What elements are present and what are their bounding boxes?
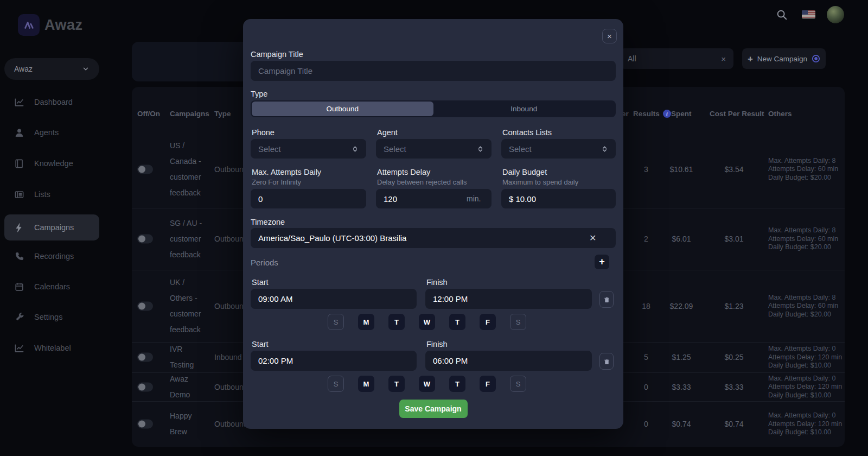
attempts-delay-label: Attempts Delay [377, 168, 430, 176]
timezone-input[interactable] [251, 228, 616, 248]
col-header-off-on: Off/On [137, 110, 160, 118]
col-header-results-label: Results [633, 110, 660, 118]
brand-name: Awaz [44, 17, 83, 34]
us-flag-icon[interactable] [802, 10, 815, 18]
phone-icon [14, 251, 24, 262]
day-button-fri[interactable]: F [480, 376, 496, 392]
bolt-icon [14, 223, 24, 233]
daily-budget-label: Daily Budget [502, 168, 547, 176]
campaign-toggle[interactable] [137, 235, 153, 244]
day-button-sat[interactable]: S [510, 376, 526, 392]
campaign-spent: $1.25 [665, 353, 698, 362]
clear-filter-icon[interactable]: × [721, 54, 726, 64]
select-chevrons-icon [601, 145, 608, 153]
campaign-others: Max. Attempts Daily: 0 Attempts Delay: 1… [768, 345, 844, 370]
select-chevrons-icon [477, 145, 484, 153]
contacts-lists-select-value: Select [509, 144, 532, 154]
day-button-sun[interactable]: S [328, 376, 344, 392]
period-start-input[interactable] [251, 289, 417, 309]
search-icon[interactable] [776, 9, 789, 22]
person-icon [14, 128, 24, 138]
calendar-icon [14, 282, 24, 292]
col-header-campaigns: Campaigns [170, 110, 209, 118]
new-campaign-button[interactable]: + New Campaign [742, 48, 826, 69]
col-header-results: Results i [633, 110, 671, 118]
user-avatar[interactable] [827, 6, 844, 23]
sidebar-item-lists[interactable]: Lists [4, 182, 99, 206]
day-button-wed[interactable]: W [419, 314, 435, 330]
filter-all-input[interactable]: All × [620, 48, 733, 69]
sidebar-item-dashboard[interactable]: Dashboard [4, 90, 99, 114]
day-button-fri[interactable]: F [480, 314, 496, 330]
type-option-outbound[interactable]: Outbound [252, 102, 433, 116]
contacts-lists-select[interactable]: Select [501, 139, 616, 159]
delete-period-button[interactable] [599, 353, 614, 370]
campaign-toggle[interactable] [137, 382, 153, 391]
phone-select-value: Select [258, 144, 281, 154]
chart-icon [14, 97, 24, 107]
timezone-clear-icon[interactable]: ✕ [589, 233, 596, 243]
sidebar-item-label: Lists [34, 190, 50, 199]
sidebar-item-label: Knowledge [34, 159, 73, 168]
period-start-input[interactable] [251, 351, 417, 371]
period-finish-input[interactable] [425, 289, 592, 309]
attempts-delay-hint: Delay between rejected calls [377, 178, 467, 186]
agent-select-value: Select [384, 144, 406, 154]
sidebar-item-knowledge[interactable]: Knowledge [4, 151, 99, 175]
select-chevrons-icon [352, 145, 359, 153]
period-finish-input[interactable] [425, 351, 592, 371]
campaign-toggle[interactable] [137, 420, 153, 429]
sidebar-item-whitelabel[interactable]: Whitelabel [4, 336, 99, 360]
delete-period-button[interactable] [599, 291, 614, 308]
sidebar-item-calendars[interactable]: Calendars [4, 275, 99, 299]
col-header-spent: Spent [671, 110, 692, 118]
chevron-down-icon [82, 65, 90, 73]
campaign-spent: $6.01 [665, 235, 698, 243]
campaign-toggle[interactable] [137, 353, 153, 362]
day-button-thu[interactable]: T [449, 314, 465, 330]
brand-logo: Awaz [18, 14, 83, 36]
type-option-inbound[interactable]: Inbound [433, 102, 615, 116]
add-period-button[interactable]: + [595, 255, 609, 269]
day-button-tue[interactable]: T [388, 314, 405, 330]
period-start-label: Start [252, 340, 269, 349]
col-header-others: Others [768, 110, 792, 118]
filter-all-value: All [628, 54, 636, 63]
sidebar-item-settings[interactable]: Settings [4, 305, 99, 329]
campaign-toggle[interactable] [137, 301, 153, 311]
sidebar-item-agents[interactable]: Agents [4, 121, 99, 144]
campaign-results: 2 [633, 235, 659, 243]
workspace-switcher[interactable]: Awaz [4, 58, 99, 80]
trash-icon [603, 296, 610, 303]
max-attempts-label: Max. Attempts Daily [252, 168, 321, 176]
campaign-toggle[interactable] [137, 164, 153, 174]
daily-budget-input[interactable] [501, 189, 616, 208]
campaign-others: Max. Attempts Daily: 8 Attempts Delay: 6… [768, 293, 844, 319]
sidebar-item-campaigns[interactable]: Campaigns [4, 214, 99, 240]
day-button-wed[interactable]: W [419, 376, 435, 392]
day-button-tue[interactable]: T [388, 376, 405, 392]
sidebar-item-recordings[interactable]: Recordings [4, 244, 99, 268]
max-attempts-input[interactable] [251, 189, 366, 208]
campaign-others: Max. Attempts Daily: 0 Attempts Delay: 1… [768, 374, 844, 400]
day-button-sat[interactable]: S [510, 314, 526, 330]
phone-select[interactable]: Select [251, 139, 366, 159]
campaign-results: 0 [633, 383, 659, 391]
sidebar-item-label: Whitelabel [34, 344, 71, 352]
day-button-sun[interactable]: S [328, 314, 344, 330]
brand-logo-icon [18, 14, 40, 36]
save-campaign-button[interactable]: Save Campaign [399, 400, 468, 418]
close-icon[interactable]: × [602, 29, 617, 43]
campaign-title-input[interactable] [251, 61, 616, 81]
day-button-mon[interactable]: M [358, 314, 374, 330]
period-days: S M T W T F S [328, 376, 526, 392]
sidebar-item-label: Recordings [34, 252, 74, 261]
day-button-thu[interactable]: T [449, 376, 465, 392]
agent-label: Agent [377, 128, 398, 137]
circled-dot-icon [812, 54, 820, 63]
period-start-label: Start [252, 278, 269, 287]
campaign-spent: $3.33 [665, 383, 698, 391]
info-icon[interactable]: i [663, 110, 671, 118]
agent-select[interactable]: Select [376, 139, 492, 159]
day-button-mon[interactable]: M [358, 376, 374, 392]
